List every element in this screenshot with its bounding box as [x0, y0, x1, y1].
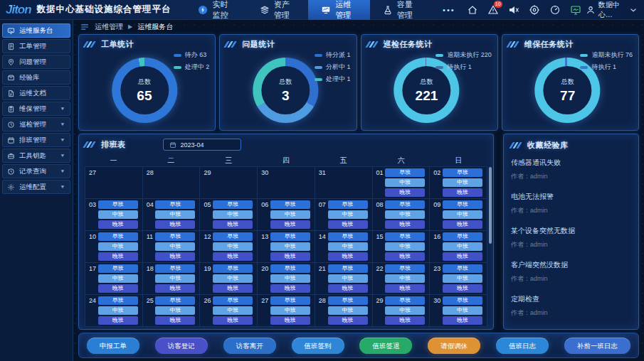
- sidebar-item-1[interactable]: 运维服务台: [2, 23, 70, 38]
- sidebar-item-7[interactable]: 巡检管理▼: [2, 117, 70, 131]
- breadcrumb-parent[interactable]: 运维管理: [95, 22, 123, 32]
- shift-tags: 早班中班晚班: [443, 296, 482, 325]
- nav-more-button[interactable]: •••: [431, 6, 467, 14]
- calendar-day-cell[interactable]: 09早班中班晚班: [430, 199, 487, 231]
- favorite-item[interactable]: 某个设备突然无数据作者：admin: [511, 226, 631, 249]
- calendar-day-cell[interactable]: 27: [85, 167, 143, 199]
- shift-tag: 早班: [328, 296, 368, 305]
- calendar-day-cell[interactable]: 23早班中班晚班: [430, 263, 487, 295]
- calendar-day-cell[interactable]: 06早班中班晚班: [258, 199, 315, 231]
- calendar-day-cell[interactable]: 13早班中班晚班: [258, 231, 315, 263]
- calendar-day-cell[interactable]: 29早班中班晚班: [373, 295, 431, 327]
- calendar-day-cell[interactable]: 04早班中班晚班: [143, 199, 201, 231]
- shift-tag: 中班: [98, 210, 138, 219]
- sidebar-item-2[interactable]: 工单管理: [2, 39, 70, 53]
- sidebar-item-6[interactable]: 维保管理▼: [2, 102, 70, 116]
- sidebar-item-9[interactable]: 工具钥匙▼: [2, 149, 70, 163]
- target-icon[interactable]: [529, 4, 540, 16]
- calendar-scrollbar[interactable]: [489, 167, 492, 244]
- chevron-down-icon: ▼: [60, 153, 65, 158]
- favorite-item[interactable]: 传感器通讯失败作者：admin: [511, 158, 631, 181]
- favorite-item[interactable]: 客户端突然没数据作者：admin: [511, 260, 631, 284]
- calendar-day-cell[interactable]: 30: [258, 167, 315, 199]
- main-content: 运维管理 ▶ 运维服务台 工单统计待办 63处理中 2总数65问题统计待分派 1…: [73, 20, 644, 361]
- calendar-day-cell[interactable]: 03早班中班晚班: [85, 199, 143, 231]
- shift-tags: 早班中班晚班: [328, 232, 368, 261]
- calendar-day-cell[interactable]: 30早班中班晚班: [430, 295, 487, 327]
- sidebar-item-3[interactable]: 问题管理: [2, 55, 70, 69]
- menu-icon[interactable]: [80, 22, 90, 32]
- action-button-8[interactable]: 补前一班日志: [564, 338, 630, 354]
- calendar-day-cell[interactable]: 07早班中班晚班: [315, 199, 373, 231]
- gauge-icon[interactable]: [549, 4, 561, 16]
- briefcase-icon: [7, 152, 15, 160]
- legend-swatch: [436, 54, 443, 57]
- calendar-day-cell[interactable]: 25早班中班晚班: [143, 295, 201, 327]
- calendar-day-cell[interactable]: 10早班中班晚班: [85, 231, 143, 263]
- calendar-day-cell[interactable]: 08早班中班晚班: [373, 199, 431, 231]
- nav-item-1[interactable]: 实时监控: [185, 0, 246, 20]
- shift-tag: 早班: [385, 168, 425, 177]
- shift-tags: 早班中班晚班: [98, 232, 138, 261]
- calendar-day-cell[interactable]: 21早班中班晚班: [315, 263, 373, 295]
- nav-item-4[interactable]: 容量管理: [370, 0, 431, 20]
- user-menu[interactable]: 数据中心…: [586, 0, 644, 20]
- chevron-down-icon: [628, 5, 638, 15]
- calendar-day-cell[interactable]: 19早班中班晚班: [200, 263, 258, 295]
- home-icon[interactable]: [467, 4, 478, 16]
- shift-tags: 早班中班晚班: [270, 232, 310, 261]
- calendar-day-cell[interactable]: 18早班中班晚班: [143, 263, 201, 295]
- action-button-2[interactable]: 访客登记: [155, 338, 208, 354]
- top-header: Jiton 数据中心基础设施综合管理平台 实时监控资产管理运维管理容量管理 ••…: [0, 0, 644, 20]
- mute-icon[interactable]: [508, 4, 519, 16]
- calendar-day-cell[interactable]: 02早班中班晚班: [430, 167, 487, 199]
- shift-tags: 早班中班晚班: [270, 264, 310, 293]
- donut-center: 总数221: [402, 66, 450, 114]
- shift-tag: 早班: [443, 232, 482, 241]
- calendar-day-cell[interactable]: 26早班中班晚班: [200, 295, 258, 327]
- action-button-5[interactable]: 值班签退: [359, 338, 412, 354]
- action-button-7[interactable]: 值班日志: [496, 338, 549, 354]
- day-number: 30: [261, 169, 268, 176]
- nav-item-3[interactable]: 运维管理: [308, 0, 369, 20]
- favorites-panel: 收藏经验库 传感器通讯失败作者：admin电池无法报警作者：admin某个设备突…: [503, 134, 639, 330]
- calendar-day-cell[interactable]: 27早班中班晚班: [258, 295, 315, 327]
- monitor-icon[interactable]: [570, 4, 581, 16]
- calendar-day-cell[interactable]: 05早班中班晚班: [200, 199, 258, 231]
- calendar-day-cell[interactable]: 24早班中班晚班: [85, 295, 143, 327]
- day-number: 04: [147, 201, 154, 208]
- sidebar-item-8[interactable]: 排班管理▼: [2, 133, 70, 147]
- calendar-day-cell[interactable]: 17早班中班晚班: [85, 263, 143, 295]
- sidebar-item-10[interactable]: 记录查询▼: [2, 164, 70, 178]
- calendar-day-cell[interactable]: 12早班中班晚班: [200, 231, 258, 263]
- calendar-day-cell[interactable]: 14早班中班晚班: [315, 231, 373, 263]
- shift-tag: 中班: [98, 274, 138, 283]
- calendar-day-cell[interactable]: 11早班中班晚班: [143, 231, 201, 263]
- sidebar-item-4[interactable]: 经验库: [2, 70, 70, 85]
- sidebar-item-5[interactable]: 运维文档: [2, 86, 70, 100]
- calendar-day-cell[interactable]: 28早班中班晚班: [315, 295, 373, 327]
- action-button-4[interactable]: 值班签到: [292, 338, 344, 354]
- chevron-down-icon: ▼: [60, 168, 65, 173]
- action-button-1[interactable]: 申报工单: [87, 338, 139, 354]
- calendar-day-cell[interactable]: 22早班中班晚班: [373, 263, 431, 295]
- legend-swatch: [174, 66, 181, 69]
- calendar-day-cell[interactable]: 20早班中班晚班: [258, 263, 315, 295]
- action-button-6[interactable]: 请假调休: [428, 338, 480, 354]
- calendar-day-cell[interactable]: 16早班中班晚班: [430, 231, 487, 263]
- sidebar-item-11[interactable]: 运维配置▼: [2, 180, 70, 194]
- slashes-icon: [226, 41, 236, 48]
- calendar-day-cell[interactable]: 28: [143, 167, 201, 199]
- month-picker[interactable]: 2023-04: [163, 139, 241, 151]
- action-button-3[interactable]: 访客离开: [223, 338, 276, 354]
- favorite-item[interactable]: 定期检查作者：admin: [511, 294, 631, 318]
- calendar-day-cell[interactable]: 15早班中班晚班: [373, 231, 431, 263]
- nav-item-2[interactable]: 资产管理: [247, 0, 308, 20]
- calendar-day-cell[interactable]: 01早班中班晚班: [373, 167, 431, 199]
- calendar-day-cell[interactable]: 29: [200, 167, 258, 199]
- shift-tag: 中班: [443, 178, 482, 187]
- alert-icon[interactable]: 10: [487, 4, 499, 16]
- shift-tag: 早班: [213, 264, 253, 273]
- favorite-item[interactable]: 电池无法报警作者：admin: [511, 192, 631, 215]
- calendar-day-cell[interactable]: 31: [315, 167, 373, 199]
